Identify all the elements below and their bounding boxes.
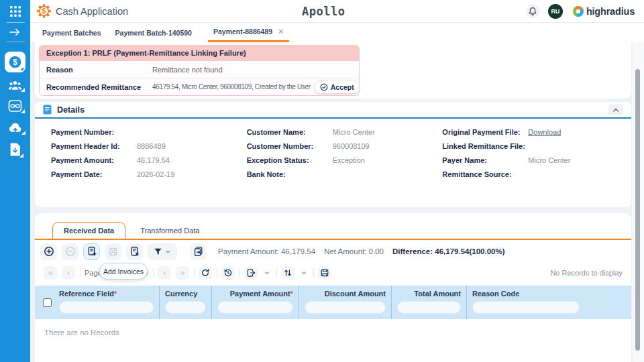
field-label: Payer Name: (442, 156, 528, 164)
download-link[interactable]: Download (528, 128, 561, 136)
expand-sidebar-icon[interactable] (9, 28, 21, 36)
details-header: Details (35, 102, 631, 119)
filter-button[interactable] (148, 243, 177, 260)
column-payment-amount: Payment Amount* (211, 286, 299, 319)
add-row-button[interactable] (40, 243, 57, 260)
save-grid-button[interactable] (318, 266, 331, 280)
copy-rows-button[interactable] (190, 243, 207, 260)
filter-input-reason-code[interactable] (472, 301, 580, 314)
collapse-details-button[interactable] (608, 104, 623, 115)
filter-input-payment-amount[interactable] (217, 301, 293, 314)
exception-panel: Exception 1: PRLF (Payment-Remittance Li… (35, 42, 631, 99)
main-content: Exception 1: PRLF (Payment-Remittance Li… (30, 42, 644, 362)
apps-grid-icon[interactable] (10, 6, 21, 17)
flyout-indicator (21, 88, 25, 92)
plus-circle-icon (44, 246, 54, 257)
sidebar-divider (6, 42, 25, 42)
no-records-text: No Records to display (550, 269, 623, 277)
field-value: Micro Center (528, 156, 570, 164)
column-currency: Currency (159, 286, 211, 319)
field-label: Exception Status: (247, 156, 333, 164)
column-reference-field: Reference Field* (54, 286, 159, 319)
table-header: Reference Field* Currency Payment Amount… (35, 286, 631, 319)
assign-document-button[interactable] (126, 243, 143, 260)
sort-button[interactable] (281, 266, 294, 280)
next-page-button[interactable]: › (158, 266, 171, 280)
sort-options-chevron[interactable] (299, 266, 309, 280)
add-invoices-tooltip: Add Invoices (99, 263, 148, 280)
chevron-up-icon (612, 107, 619, 113)
history-button[interactable] (221, 266, 235, 280)
filter-input-total-amount[interactable] (397, 301, 461, 314)
sidebar-item-documents[interactable] (9, 143, 21, 156)
app-brand[interactable]: $ Cash Application (30, 4, 128, 18)
grid-tabs: Received Data Transformed Data (35, 213, 631, 240)
field-value: 960008109 (333, 142, 370, 150)
export-button[interactable] (244, 266, 258, 280)
flyout-indicator (21, 109, 25, 113)
svg-text:$: $ (13, 58, 17, 67)
filter-icon (153, 247, 163, 257)
field-value: Micro Center (333, 128, 375, 136)
exception-row-recommended: Recommended Remittance 46179.54, Micro C… (40, 78, 359, 95)
flyout-indicator (19, 154, 23, 158)
tab-transformed-data[interactable]: Transformed Data (125, 223, 214, 239)
minus-circle-icon (65, 246, 76, 257)
remove-row-button[interactable] (62, 243, 78, 260)
sidebar-item-cash-application[interactable]: $ (5, 52, 25, 72)
document-icon (43, 105, 52, 115)
last-page-button[interactable]: » (176, 266, 189, 280)
document-add-icon (87, 246, 97, 257)
details-panel: Details Payment Number: Customer Name:Mi… (35, 102, 631, 207)
scrollbar-thumb[interactable] (635, 69, 640, 351)
exception-reason-label: Reason (46, 66, 152, 74)
refresh-button[interactable] (199, 266, 212, 280)
sidebar-item-upload[interactable] (8, 122, 23, 133)
tab-payment-label: Payment-8886489 (213, 27, 272, 36)
sidebar-item-customers[interactable] (8, 80, 22, 90)
field-label: Payment Number: (51, 128, 137, 136)
exception-recommended-label: Recommended Remittance (46, 83, 152, 91)
amount-summary: Payment Amount: 46,179.54 Net Amount: 0.… (218, 247, 505, 255)
select-all-cell (35, 286, 54, 319)
payment-amount-text: Payment Amount: 46,179.54 (218, 247, 315, 255)
highradius-logo-icon (573, 6, 584, 17)
difference-text: Difference: 46,179.54(100.00%) (392, 247, 505, 255)
tab-received-data[interactable]: Received Data (52, 222, 125, 239)
navigation-tabs: Payment Batches Payment Batch-140590 Pay… (30, 23, 644, 42)
save-row-button[interactable] (105, 243, 121, 260)
filter-input-discount-amount[interactable] (305, 301, 386, 314)
tab-payment-active[interactable]: Payment-8886489 ✕ (208, 23, 289, 42)
select-all-checkbox[interactable] (43, 298, 52, 307)
field-label: Bank Note: (247, 170, 333, 178)
field-label: Remittance Source: (442, 170, 528, 178)
exception-card: Exception 1: PRLF (Payment-Remittance Li… (39, 45, 360, 96)
bell-icon (528, 7, 537, 16)
filter-input-currency[interactable] (165, 301, 206, 314)
history-icon (223, 268, 233, 278)
sidebar-item-link[interactable] (8, 100, 22, 112)
field-label: Linked Remittance File: (442, 142, 528, 150)
export-options-chevron[interactable] (262, 266, 272, 280)
save-icon (320, 268, 329, 278)
accept-button[interactable]: Accept (315, 81, 360, 93)
filter-input-reference-field[interactable] (59, 301, 154, 314)
badge-check-icon (320, 83, 328, 91)
pagination-bar: « ‹ Page of 0 › » (35, 265, 631, 280)
tab-payment-batches[interactable]: Payment Batches (42, 29, 101, 37)
field-label: Customer Name: (247, 128, 333, 136)
add-invoices-button[interactable] (83, 243, 100, 260)
field-label: Original Payment File: (442, 128, 528, 136)
app-name: Cash Application (56, 6, 128, 17)
tab-close-icon[interactable]: ✕ (278, 27, 284, 36)
field-label: Payment Date: (51, 170, 137, 178)
first-page-button[interactable]: « (44, 266, 57, 280)
tab-payment-batch[interactable]: Payment Batch-140590 (115, 29, 192, 37)
net-amount-text: Net Amount: 0.00 (324, 247, 384, 255)
field-value: 46,179.54 (137, 156, 170, 164)
prev-page-button[interactable]: ‹ (62, 266, 75, 280)
scrollbar-track[interactable] (633, 42, 644, 362)
user-avatar[interactable]: RU (548, 4, 563, 19)
notifications-button[interactable] (526, 4, 540, 18)
empty-records-text: There are no Records (44, 328, 631, 337)
